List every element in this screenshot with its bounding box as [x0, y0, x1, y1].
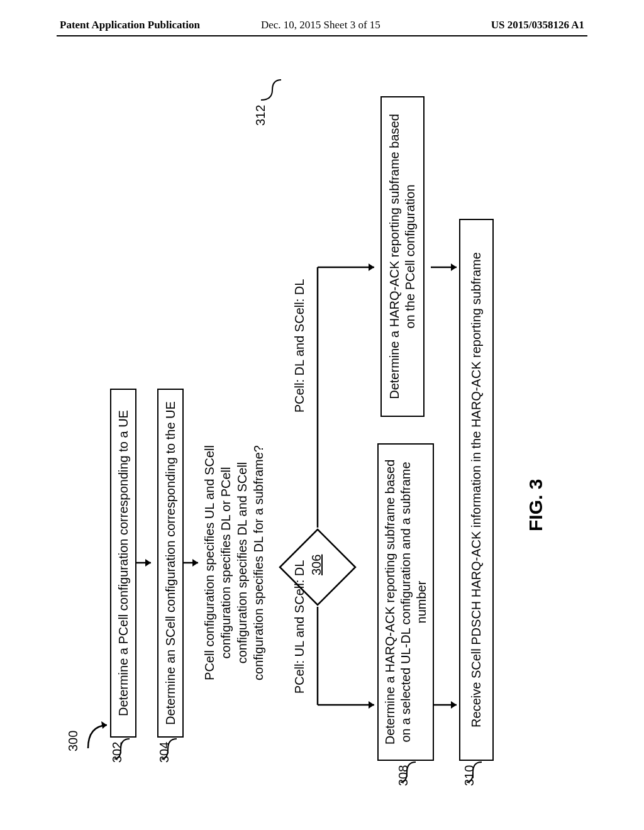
svg-marker-4 [192, 559, 198, 567]
ref-310-brace [465, 761, 484, 786]
publication-type: Patent Application Publication [60, 19, 200, 31]
svg-marker-8 [369, 701, 374, 709]
figure-label: FIG. 3 [525, 462, 550, 531]
publication-number: US 2015/0358126 A1 [491, 19, 584, 31]
svg-marker-13 [451, 701, 457, 709]
ref-312-brace [260, 79, 285, 104]
svg-marker-0 [101, 721, 107, 729]
block-304: Determine an SCell configuration corresp… [157, 389, 184, 738]
decision-306-text: PCell configuration specifies UL and SCe… [201, 424, 270, 701]
diamond-branches [278, 261, 388, 714]
ref-300: 300 [66, 726, 82, 751]
ref-304-brace [160, 738, 179, 763]
svg-marker-11 [369, 263, 374, 271]
arrow-302-304 [136, 553, 158, 578]
ref-308-brace [399, 761, 418, 786]
ref-312: 312 [253, 101, 269, 126]
block-302: Determine a PCell configuration correspo… [110, 389, 136, 738]
figure-3-frame: 300 Determine a PCell configuration corr… [66, 79, 563, 764]
block-308: Determine a HARQ-ACK reporting subframe … [377, 443, 434, 761]
svg-marker-15 [451, 263, 457, 271]
ref-302-brace [113, 738, 132, 763]
svg-marker-2 [145, 559, 151, 567]
sheet-info: Dec. 10, 2015 Sheet 3 of 15 [261, 19, 380, 31]
block-312: Determine a HARQ-ACK reporting subframe … [380, 96, 425, 417]
header-rule [57, 35, 587, 36]
block-310: Receive SCell PDSCH HARQ-ACK information… [459, 219, 494, 761]
